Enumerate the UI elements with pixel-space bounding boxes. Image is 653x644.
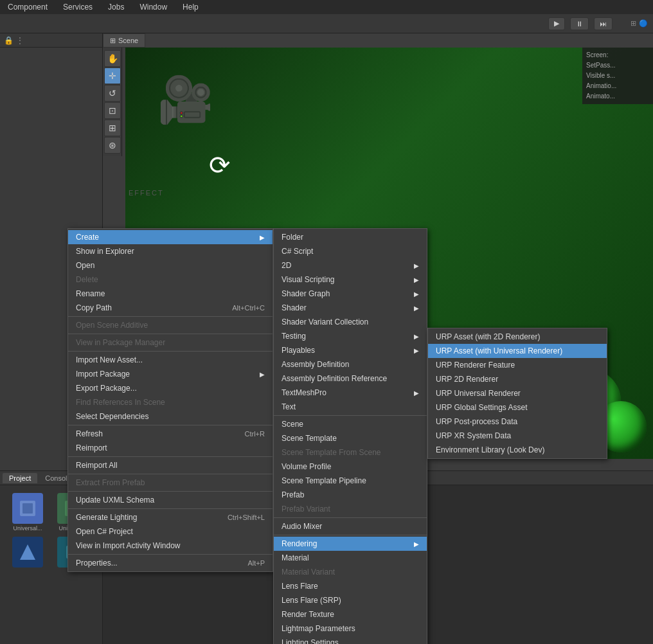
ctx2-textmeshpro[interactable]: TextMeshPro ▶ — [274, 386, 427, 400]
ctx3-urp-universal[interactable]: URP Asset (with Universal Renderer) — [428, 344, 607, 358]
ctx-rename[interactable]: Rename — [68, 287, 273, 301]
ctx-open[interactable]: Open — [68, 258, 273, 273]
ctx2-shader-graph[interactable]: Shader Graph ▶ — [274, 287, 427, 301]
ctx2-assembly-def[interactable]: Assembly Definition — [274, 357, 427, 371]
ctx2-shader-graph-label: Shader Graph — [282, 289, 330, 298]
ctx-generate-lighting[interactable]: Generate Lighting Ctrl+Shift+L — [68, 510, 273, 524]
ctx2-csharp-script[interactable]: C# Script — [274, 244, 427, 258]
ctx-import-new-label: Import New Asset... — [76, 355, 143, 364]
ctx2-playables[interactable]: Playables ▶ — [274, 343, 427, 357]
ctx-view-import-activity[interactable]: View in Import Activity Window — [68, 539, 273, 553]
stat-setpass: SetPass... — [586, 60, 649, 71]
ctx2-scene-label: Scene — [282, 420, 303, 429]
ctx-open-label: Open — [76, 261, 94, 270]
ctx-reimport[interactable]: Reimport — [68, 441, 273, 455]
toolbar: ▶ ⏸ ⏭ ⊞ 🔵 — [0, 14, 653, 33]
ctx-reimport-all[interactable]: Reimport All — [68, 458, 273, 472]
ctx-copy-path[interactable]: Copy Path Alt+Ctrl+C — [68, 301, 273, 315]
scene-tab-bar: ⊞ Scene — [103, 33, 653, 48]
ctx2-scene-template-label: Scene Template — [282, 434, 337, 443]
ctx-create[interactable]: Create ▶ — [68, 230, 273, 244]
ctx-refresh-label: Refresh — [76, 429, 103, 438]
ctx2-playables-label: Playables — [282, 346, 315, 355]
ctx2-prefab-label: Prefab — [282, 490, 304, 499]
ctx3-urp-renderer-feature[interactable]: URP Renderer Feature — [428, 358, 607, 372]
ctx2-visual-scripting-arrow: ▶ — [414, 276, 419, 283]
ctx3-urp-2d[interactable]: URP Asset (with 2D Renderer) — [428, 330, 607, 344]
scale-tool[interactable]: ⊡ — [104, 102, 121, 119]
ctx3-environment-library-label: Environment Library (Look Dev) — [436, 445, 544, 454]
asset-universal-1[interactable]: Universal... — [5, 490, 50, 534]
ctx-select-deps[interactable]: Select Dependencies — [68, 409, 273, 424]
step-button[interactable]: ⏭ — [594, 17, 613, 30]
ctx2-lens-flare[interactable]: Lens Flare — [274, 579, 427, 593]
ctx-import-package[interactable]: Import Package ▶ — [68, 367, 273, 381]
rotate-tool[interactable]: ↺ — [104, 85, 121, 102]
ctx3-urp-post-process-label: URP Post-process Data — [436, 417, 517, 426]
ctx2-csharp-script-label: C# Script — [282, 247, 313, 256]
ctx2-audio-mixer[interactable]: Audio Mixer — [274, 519, 427, 533]
asset-blue-1[interactable] — [5, 534, 50, 570]
ctx-refresh[interactable]: Refresh Ctrl+R — [68, 427, 273, 441]
menu-window[interactable]: Window — [137, 1, 170, 13]
ctx-refresh-shortcut: Ctrl+R — [245, 430, 265, 438]
ctx2-assembly-def-label: Assembly Definition — [282, 360, 349, 369]
ctx3-urp-xr-system[interactable]: URP XR System Data — [428, 429, 607, 443]
ctx2-material-variant: Material Variant — [274, 565, 427, 579]
menu-jobs[interactable]: Jobs — [105, 1, 127, 13]
ctx-reimport-label: Reimport — [76, 443, 107, 452]
ctx-export-package[interactable]: Export Package... — [68, 381, 273, 395]
ctx2-prefab[interactable]: Prefab — [274, 488, 427, 502]
tab-project[interactable]: Project — [3, 473, 37, 483]
move-tool[interactable]: ✛ — [104, 67, 121, 84]
play-button[interactable]: ▶ — [548, 17, 565, 30]
ctx2-shader-variant-collection[interactable]: Shader Variant Collection — [274, 315, 427, 329]
ctx2-volume-profile[interactable]: Volume Profile — [274, 460, 427, 474]
ctx2-lighting-settings[interactable]: Lighting Settings — [274, 636, 427, 644]
transform-tool[interactable]: ⊛ — [104, 137, 121, 154]
scene-stats-overlay: Screen: SetPass... Visible s... Animatio… — [582, 48, 653, 104]
ctx-generate-lighting-shortcut: Ctrl+Shift+L — [228, 514, 265, 521]
ctx2-scene-template[interactable]: Scene Template — [274, 431, 427, 445]
ctx-properties[interactable]: Properties... Alt+P — [68, 556, 273, 570]
ctx2-text[interactable]: Text — [274, 400, 427, 414]
ctx3-urp-2d-renderer[interactable]: URP 2D Renderer — [428, 372, 607, 386]
rect-tool[interactable]: ⊞ — [104, 120, 121, 136]
ctx-import-new[interactable]: Import New Asset... — [68, 353, 273, 367]
ctx-reimport-all-label: Reimport All — [76, 461, 118, 470]
menu-help[interactable]: Help — [180, 1, 201, 13]
ctx2-lens-flare-srp[interactable]: Lens Flare (SRP) — [274, 593, 427, 607]
ctx2-shader[interactable]: Shader ▶ — [274, 301, 427, 315]
ctx3-urp-global-settings[interactable]: URP Global Settings Asset — [428, 400, 607, 415]
ctx2-assembly-def-ref[interactable]: Assembly Definition Reference — [274, 371, 427, 386]
ctx2-testing[interactable]: Testing ▶ — [274, 329, 427, 343]
ctx3-urp-universal-renderer[interactable]: URP Universal Renderer — [428, 386, 607, 400]
ctx2-scene-template-pipeline[interactable]: Scene Template Pipeline — [274, 474, 427, 488]
effect-label: EFFECT — [129, 189, 164, 197]
ctx-open-csharp[interactable]: Open C# Project — [68, 524, 273, 539]
ctx2-2d[interactable]: 2D ▶ — [274, 258, 427, 273]
menu-services[interactable]: Services — [60, 1, 95, 13]
ctx-show-explorer[interactable]: Show in Explorer — [68, 244, 273, 258]
scene-tab[interactable]: ⊞ Scene — [103, 33, 145, 48]
lock-icon: 🔒 — [4, 36, 13, 45]
ctx2-folder[interactable]: Folder — [274, 230, 427, 244]
ctx2-visual-scripting[interactable]: Visual Scripting ▶ — [274, 273, 427, 287]
pause-button[interactable]: ⏸ — [570, 17, 589, 30]
ctx-find-references-label: Find References In Scene — [76, 398, 165, 407]
ctx-delete: Delete — [68, 273, 273, 287]
ctx-view-import-activity-label: View in Import Activity Window — [76, 541, 181, 550]
hand-tool[interactable]: ✋ — [104, 50, 121, 67]
ctx2-material[interactable]: Material — [274, 551, 427, 565]
ctx3-urp-global-settings-label: URP Global Settings Asset — [436, 403, 528, 412]
menu-component[interactable]: Component — [5, 1, 50, 13]
ctx3-urp-universal-renderer-label: URP Universal Renderer — [436, 389, 521, 398]
ctx2-scene[interactable]: Scene — [274, 417, 427, 431]
ctx3-environment-library[interactable]: Environment Library (Look Dev) — [428, 443, 607, 457]
ctx2-lightmap-params[interactable]: Lightmap Parameters — [274, 622, 427, 636]
ctx2-rendering[interactable]: Rendering ▶ — [274, 537, 427, 551]
ctx2-render-texture[interactable]: Render Texture — [274, 607, 427, 622]
ctx-update-uxml[interactable]: Update UXML Schema — [68, 493, 273, 507]
scene-tab-label: Scene — [118, 37, 138, 44]
ctx3-urp-post-process[interactable]: URP Post-process Data — [428, 415, 607, 429]
